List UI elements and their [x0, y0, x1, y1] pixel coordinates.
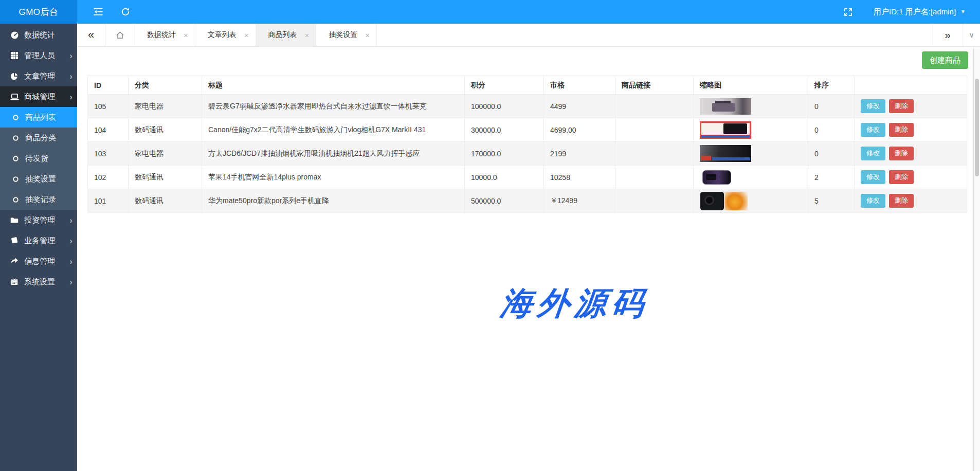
chevron-right-icon: › — [69, 93, 72, 101]
main-content: 创建商品 ID分类标题积分市格商品链接缩略图排序 105家电电器碧云泉G7弱碱反… — [77, 47, 980, 471]
table-header-row: ID分类标题积分市格商品链接缩略图排序 — [88, 76, 967, 95]
sidebar-item-articles[interactable]: 文章管理› — [0, 66, 77, 86]
close-icon[interactable]: × — [244, 31, 249, 39]
sidebar-item-label: 待发货 — [25, 154, 72, 164]
home-icon — [115, 30, 125, 40]
vertical-scrollbar[interactable] — [973, 47, 980, 471]
cell-thumbnail — [694, 95, 808, 118]
user-label: 用户ID:1 用户名:[admin] — [874, 7, 956, 17]
delete-button[interactable]: 删除 — [889, 99, 914, 113]
close-icon[interactable]: × — [184, 31, 188, 39]
cell-sort: 0 — [808, 95, 855, 118]
grid-icon — [10, 51, 19, 60]
sidebar-item-lottery-settings[interactable]: 抽奖设置 — [0, 169, 77, 189]
close-icon[interactable]: × — [365, 31, 370, 39]
column-header: 市格 — [544, 76, 615, 95]
tab-bar: « 数据统计×文章列表×商品列表×抽奖设置× » ∨ — [77, 24, 980, 47]
cell-title: Canon/佳能g7x2二代高清学生数码旅游入门vlog相机G7X MarkII… — [202, 118, 465, 142]
tab-data-stats[interactable]: 数据统计× — [135, 24, 195, 46]
edit-button[interactable]: 修改 — [861, 123, 885, 137]
delete-button[interactable]: 删除 — [889, 194, 914, 208]
cell-sort: 5 — [808, 189, 855, 213]
caret-down-icon: ▼ — [960, 9, 966, 14]
sidebar-item-business[interactable]: 业务管理› — [0, 230, 77, 251]
delete-button[interactable]: 删除 — [889, 170, 914, 184]
column-header: 商品链接 — [615, 76, 694, 95]
tab-article-list[interactable]: 文章列表× — [195, 24, 256, 46]
sidebar-item-goods-list[interactable]: 商品列表 — [0, 107, 77, 128]
cell-thumbnail — [694, 142, 808, 166]
tab-label: 抽奖设置 — [329, 30, 357, 40]
sidebar-item-lottery-records[interactable]: 抽奖记录 — [0, 189, 77, 210]
sidebar-item-label: 业务管理 — [24, 236, 69, 246]
column-header: 排序 — [808, 76, 855, 95]
sidebar-item-label: 抽奖记录 — [25, 195, 72, 205]
column-header — [855, 76, 967, 95]
refresh-icon[interactable] — [120, 7, 131, 17]
sidebar-item-mall[interactable]: 商城管理› — [0, 86, 77, 107]
cell-price: 4499 — [544, 95, 615, 118]
pie-icon — [10, 71, 19, 81]
sidebar-item-label: 信息管理 — [24, 257, 69, 266]
cell-id: 103 — [88, 142, 129, 166]
edit-button[interactable]: 修改 — [861, 194, 885, 208]
cell-sort: 0 — [808, 118, 855, 142]
cell-points: 300000.0 — [465, 118, 544, 142]
cell-id: 102 — [88, 166, 129, 189]
cell-link — [615, 95, 694, 118]
delete-button[interactable]: 删除 — [889, 123, 914, 137]
chevron-right-icon: › — [69, 257, 72, 266]
tab-label: 文章列表 — [208, 30, 237, 40]
collapse-sidebar-icon[interactable] — [93, 6, 104, 17]
cell-sort: 2 — [808, 166, 855, 189]
chevron-right-icon: › — [69, 237, 72, 245]
cell-price: ￥12499 — [544, 189, 615, 213]
create-product-button[interactable]: 创建商品 — [922, 51, 968, 69]
sidebar-item-label: 商城管理 — [24, 92, 69, 102]
sidebar-item-goods-category[interactable]: 商品分类 — [0, 128, 77, 148]
chevron-right-icon: › — [69, 278, 72, 286]
tabs-dropdown-button[interactable]: ∨ — [963, 24, 980, 46]
chevron-right-icon: › — [69, 72, 72, 81]
scrollbar-thumb[interactable] — [975, 79, 979, 176]
delete-button[interactable]: 删除 — [889, 147, 914, 160]
tabbar-right-controls: » ∨ — [932, 24, 980, 46]
cell-sort: 0 — [808, 142, 855, 166]
cell-price: 2199 — [544, 142, 615, 166]
sidebar-item-investment[interactable]: 投资管理› — [0, 210, 77, 230]
cell-actions: 修改删除 — [855, 95, 967, 118]
tabs-scroll-left-button[interactable]: « — [77, 24, 105, 46]
sidebar-item-admins[interactable]: 管理人员› — [0, 45, 77, 66]
sidebar-item-label: 数据统计 — [24, 30, 72, 40]
column-header: 缩略图 — [694, 76, 808, 95]
sidebar-item-pending-shipment[interactable]: 待发货 — [0, 148, 77, 169]
sidebar-item-label: 文章管理 — [24, 71, 69, 81]
laptop-icon — [10, 92, 19, 101]
circle-icon — [11, 113, 20, 122]
top-header: GMO后台 用户ID:1 用户名:[admin] ▼ — [0, 0, 980, 24]
cell-thumbnail — [694, 118, 808, 142]
sidebar-item-information[interactable]: 信息管理› — [0, 251, 77, 271]
camera-thumbnail — [700, 121, 751, 139]
user-menu[interactable]: 用户ID:1 用户名:[admin] ▼ — [874, 7, 980, 17]
edit-button[interactable]: 修改 — [861, 147, 885, 160]
cell-points: 100000.0 — [465, 95, 544, 118]
chevron-right-icon: › — [69, 51, 72, 60]
dashboard-icon — [10, 30, 19, 40]
column-header: ID — [88, 76, 129, 95]
close-icon[interactable]: × — [305, 31, 310, 39]
column-header: 标题 — [202, 76, 465, 95]
tab-goods-list[interactable]: 商品列表× — [256, 24, 317, 46]
sidebar-item-system-settings[interactable]: 系统设置› — [0, 271, 77, 292]
tabs-scroll-right-button[interactable]: » — [932, 24, 963, 46]
fullscreen-icon[interactable] — [843, 7, 853, 17]
home-tab[interactable] — [105, 24, 135, 46]
edit-button[interactable]: 修改 — [861, 170, 885, 184]
cell-points: 500000.0 — [465, 189, 544, 213]
edit-button[interactable]: 修改 — [861, 99, 885, 113]
sidebar-item-label: 商品分类 — [25, 133, 72, 143]
cell-category: 数码通讯 — [129, 189, 202, 213]
water-purifier-thumbnail — [700, 98, 751, 115]
tab-lottery-settings[interactable]: 抽奖设置× — [316, 24, 377, 46]
sidebar-item-data-stats[interactable]: 数据统计 — [0, 25, 77, 45]
